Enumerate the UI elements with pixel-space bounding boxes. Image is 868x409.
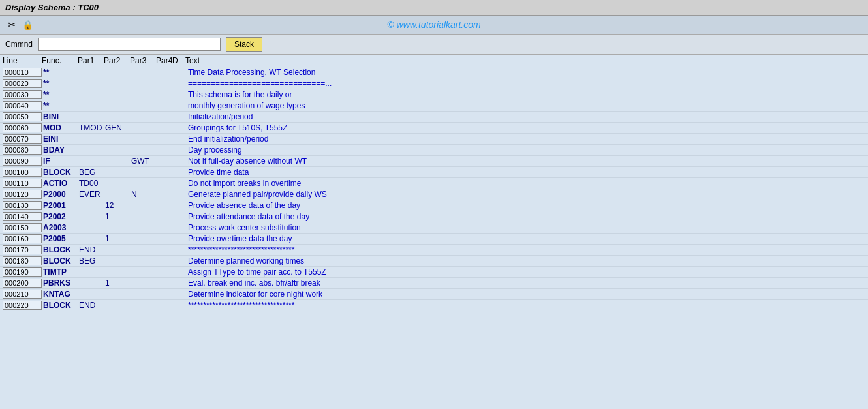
cell-par1: TD00 xyxy=(78,179,104,188)
title-text: Display Schema : TC00 xyxy=(5,3,99,12)
cell-line: 000130 xyxy=(3,201,42,210)
cell-line: 000180 xyxy=(3,256,42,265)
cell-par1: END xyxy=(78,301,104,310)
cell-line: 000220 xyxy=(3,301,42,310)
table-row[interactable]: 000170 BLOCK END ***********************… xyxy=(0,245,868,256)
cell-func: BLOCK xyxy=(42,301,78,310)
cell-line: 000050 xyxy=(3,112,42,121)
table-row[interactable]: 000190 TIMTP Assign TType to time pair a… xyxy=(0,267,868,278)
table-row[interactable]: 000130 P2001 12 Provide absence data of … xyxy=(0,200,868,211)
cell-text: Groupings for T510S, T555Z xyxy=(185,123,865,132)
toolbar-icons: ✂ 🔒 xyxy=(5,18,34,31)
cell-par3: GWT xyxy=(130,157,156,166)
cell-par2: 1 xyxy=(104,212,130,221)
cell-text: monthly generation of wage types xyxy=(185,101,865,110)
table-row[interactable]: 000160 P2005 1 Provide overtime data the… xyxy=(0,234,868,245)
table-row[interactable]: 000070 EINI End initialization/period xyxy=(0,134,868,145)
cell-func: BLOCK xyxy=(42,245,78,254)
table-row[interactable]: 000150 A2003 Process work center substit… xyxy=(0,222,868,234)
cell-line: 000110 xyxy=(3,179,42,188)
header-par2: Par2 xyxy=(104,56,130,65)
cell-text: *********************************** xyxy=(185,301,865,310)
cell-text: Eval. break end inc. abs. bfr/aftr break xyxy=(185,279,865,288)
table-row[interactable]: 000220 BLOCK END ***********************… xyxy=(0,300,868,311)
cell-line: 000030 xyxy=(3,90,42,99)
command-bar: Cmmnd Stack xyxy=(0,35,868,55)
scissors-icon[interactable]: ✂ xyxy=(5,18,18,31)
cell-text: Assign TType to time pair acc. to T555Z xyxy=(185,267,865,277)
table-row[interactable]: 000080 BDAY Day processing xyxy=(0,145,868,156)
cell-func: ** xyxy=(42,90,78,99)
cell-par2: 1 xyxy=(104,279,130,288)
cell-text: Do not import breaks in overtime xyxy=(185,179,865,188)
header-text: Text xyxy=(185,56,865,65)
cell-func: TIMTP xyxy=(42,267,78,277)
table-row[interactable]: 000090 IF GWT Not if full-day absence wi… xyxy=(0,156,868,167)
table-row[interactable]: 000200 PBRKS 1 Eval. break end inc. abs.… xyxy=(0,278,868,289)
cell-func: ** xyxy=(42,68,78,77)
watermark: © www.tutorialkart.com xyxy=(387,20,480,30)
cell-line: 000060 xyxy=(3,123,42,132)
cell-line: 000010 xyxy=(3,68,42,77)
cell-par1: EVER xyxy=(78,190,104,199)
cell-func: P2002 xyxy=(42,212,78,221)
cell-text: Provide time data xyxy=(185,168,865,177)
cell-func: A2003 xyxy=(42,223,78,232)
table-row[interactable]: 000110 ACTIO TD00 Do not import breaks i… xyxy=(0,178,868,189)
data-table: 000010 ** Time Data Processing, WT Selec… xyxy=(0,67,868,311)
cell-func: P2000 xyxy=(42,190,78,199)
table-row[interactable]: 000140 P2002 1 Provide attendance data o… xyxy=(0,211,868,222)
cell-par1: BEG xyxy=(78,256,104,265)
table-row[interactable]: 000030 ** This schema is for the daily o… xyxy=(0,89,868,100)
cell-func: BLOCK xyxy=(42,256,78,265)
cell-text: Process work center substitution xyxy=(185,223,865,232)
cell-line: 000020 xyxy=(3,79,42,88)
table-row[interactable]: 000050 BINI Initialization/period xyxy=(0,112,868,123)
cell-text: Provide attendance data of the day xyxy=(185,212,865,221)
cell-par1: BEG xyxy=(78,168,104,177)
cell-line: 000120 xyxy=(3,190,42,199)
cell-func: ** xyxy=(42,79,78,88)
toolbar: ✂ 🔒 © www.tutorialkart.com xyxy=(0,16,868,35)
cell-line: 000170 xyxy=(3,245,42,254)
cell-line: 000210 xyxy=(3,290,42,299)
table-row[interactable]: 000100 BLOCK BEG Provide time data xyxy=(0,167,868,178)
cell-line: 000080 xyxy=(3,145,42,155)
header-par4: Par4 xyxy=(156,56,172,65)
cell-text: Provide absence data of the day xyxy=(185,201,865,210)
cell-line: 000090 xyxy=(3,157,42,166)
cell-func: PBRKS xyxy=(42,279,78,288)
cell-text: Day processing xyxy=(185,145,865,155)
table-row[interactable]: 000020 ** ==============================… xyxy=(0,78,868,89)
cell-line: 000200 xyxy=(3,279,42,288)
header-par3: Par3 xyxy=(130,56,156,65)
command-input[interactable] xyxy=(38,38,221,51)
table-row[interactable]: 000120 P2000 EVER N Generate planned pai… xyxy=(0,189,868,200)
cell-func: KNTAG xyxy=(42,290,78,299)
stack-button[interactable]: Stack xyxy=(226,37,262,52)
table-row[interactable]: 000210 KNTAG Determine indicator for cor… xyxy=(0,289,868,300)
main-content: Line Func. Par1 Par2 Par3 Par4 D Text 00… xyxy=(0,55,868,409)
header-par1: Par1 xyxy=(78,56,104,65)
header-func: Func. xyxy=(42,56,78,65)
cell-text: Time Data Processing, WT Selection xyxy=(185,68,865,77)
table-row[interactable]: 000040 ** monthly generation of wage typ… xyxy=(0,100,868,112)
cell-par1: END xyxy=(78,245,104,254)
cell-text: Determine indicator for core night work xyxy=(185,290,865,299)
cell-text: Generate planned pair/provide daily WS xyxy=(185,190,865,199)
table-row[interactable]: 000180 BLOCK BEG Determine planned worki… xyxy=(0,256,868,267)
cell-text: ==============================... xyxy=(185,79,865,88)
table-row[interactable]: 000010 ** Time Data Processing, WT Selec… xyxy=(0,67,868,78)
header-d: D xyxy=(172,56,185,65)
table-row[interactable]: 000060 MOD TMOD GEN Groupings for T510S,… xyxy=(0,123,868,134)
cell-line: 000190 xyxy=(3,267,42,277)
cell-func: P2005 xyxy=(42,234,78,243)
cell-line: 000040 xyxy=(3,101,42,110)
cell-func: BINI xyxy=(42,112,78,121)
cell-par2: 1 xyxy=(104,234,130,243)
command-label: Cmmnd xyxy=(5,40,33,49)
cell-func: ACTIO xyxy=(42,179,78,188)
cell-par1: TMOD xyxy=(78,123,104,132)
cell-text: End initialization/period xyxy=(185,134,865,144)
lock-icon[interactable]: 🔒 xyxy=(21,18,34,31)
